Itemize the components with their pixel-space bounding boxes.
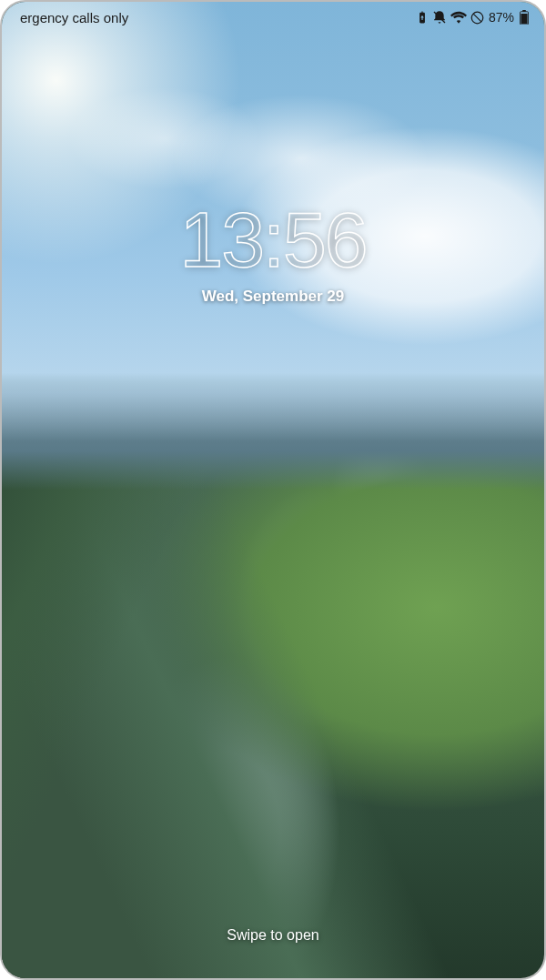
wallpaper (2, 2, 544, 978)
network-status-text: ergency calls only (20, 10, 128, 25)
battery-icon (519, 10, 530, 25)
clock-date: Wed, September 29 (2, 288, 544, 306)
do-not-disturb-icon (470, 11, 484, 25)
clock-time: 13:56 (2, 200, 544, 278)
status-icons: 87% (416, 10, 530, 25)
mute-icon (432, 10, 447, 25)
wifi-icon (450, 11, 467, 24)
status-bar: ergency calls only 87% (2, 2, 544, 33)
clock-widget: 13:56 Wed, September 29 (2, 200, 544, 306)
battery-saver-icon (416, 11, 429, 24)
swipe-to-open-hint[interactable]: Swipe to open (2, 927, 544, 944)
svg-line-2 (473, 14, 481, 22)
battery-percent-text: 87% (489, 10, 514, 25)
svg-rect-5 (521, 14, 527, 24)
lock-screen[interactable]: ergency calls only 87% 13:56 Wed, Septem… (0, 0, 546, 980)
